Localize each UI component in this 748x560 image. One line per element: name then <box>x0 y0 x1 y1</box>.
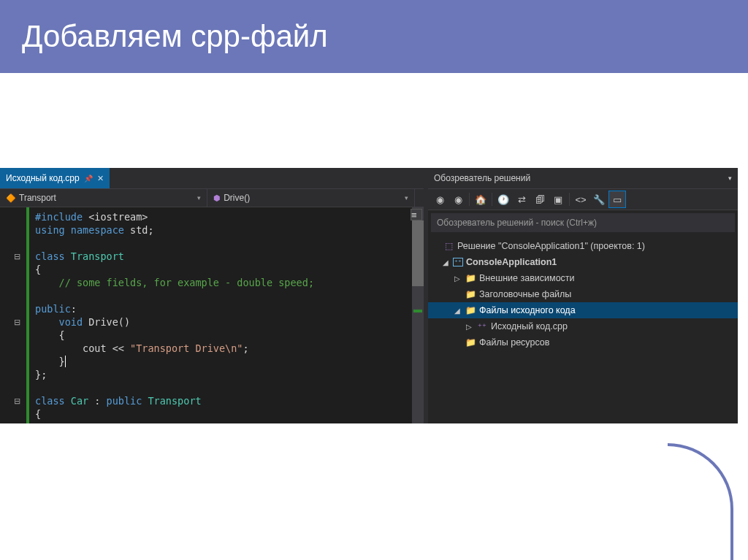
code-view-button[interactable]: <> <box>572 191 589 208</box>
refresh-button[interactable]: 🕐 <box>495 191 512 208</box>
slide-title: Добавляем cpp-файл <box>22 19 328 54</box>
source-files-node[interactable]: ◢ 📁 Файлы исходного кода <box>428 302 738 318</box>
headers-node[interactable]: ▷ 📁 Заголовочные файлы <box>428 286 738 302</box>
show-all-button[interactable]: 🗐 <box>531 191 549 208</box>
folder-icon: 📁 <box>465 337 476 348</box>
node-label: Исходный код.cpp <box>491 321 568 331</box>
scroll-thumb[interactable] <box>412 220 424 286</box>
pin-icon[interactable]: 📌 <box>84 174 93 183</box>
expand-icon[interactable]: ▷ <box>453 275 462 283</box>
fold-toggle[interactable]: ⊟ <box>0 394 23 407</box>
scope-dropdown[interactable]: 🔶 Transport ▾ <box>0 189 207 207</box>
chevron-down-icon[interactable]: ▾ <box>728 174 732 182</box>
collapse-button[interactable]: ▣ <box>549 191 567 208</box>
collapse-icon[interactable]: ◢ <box>453 307 462 315</box>
gutter: ⊟ ⊟ ⊟ <box>0 207 29 423</box>
tab-label: Исходный код.cpp <box>6 173 80 183</box>
solution-tree: ▸ ⬚ Решение "ConsoleApplication1" (проек… <box>428 235 738 353</box>
forward-button[interactable]: ◉ <box>449 191 467 208</box>
code-area: ⊟ ⊟ ⊟ #include <iostream> using namespac… <box>0 207 424 423</box>
cpp-icon: ⁺⁺ <box>476 321 488 332</box>
accent-arc <box>668 443 733 560</box>
member-label: Drive() <box>224 193 250 203</box>
folder-icon: 📁 <box>465 272 476 284</box>
split-icon[interactable]: ≡ <box>411 209 422 220</box>
navigation-bar: 🔶 Transport ▾ ⬢ Drive() ▾ <box>0 188 424 207</box>
ide-window: Исходный код.cpp 📌 ✕ 🔶 Transport ▾ ⬢ Dri… <box>0 168 738 423</box>
slide-header: Добавляем cpp-файл <box>0 0 748 73</box>
scope-label: Transport <box>19 193 56 203</box>
cpp-file-node[interactable]: ▷ ⁺⁺ Исходный код.cpp <box>428 318 738 334</box>
tab-bar: Исходный код.cpp 📌 ✕ <box>0 168 424 188</box>
node-label: Файлы исходного кода <box>479 305 576 315</box>
sync-button[interactable]: ⇄ <box>513 191 530 208</box>
solution-node[interactable]: ▸ ⬚ Решение "ConsoleApplication1" (проек… <box>428 238 738 254</box>
expand-icon[interactable]: ▷ <box>465 323 473 331</box>
back-button[interactable]: ◉ <box>431 191 449 208</box>
node-label: Заголовочные файлы <box>479 289 571 299</box>
properties-button[interactable]: 🔧 <box>590 191 608 208</box>
home-button[interactable]: 🏠 <box>472 191 489 208</box>
editor-pane: Исходный код.cpp 📌 ✕ 🔶 Transport ▾ ⬢ Dri… <box>0 168 424 423</box>
external-deps-node[interactable]: ▷ 📁 Внешние зависимости <box>428 270 738 286</box>
file-tab[interactable]: Исходный код.cpp 📌 ✕ <box>0 168 110 188</box>
node-label: Файлы ресурсов <box>479 337 549 348</box>
search-input[interactable]: Обозреватель решений - поиск (Ctrl+ж) <box>431 213 735 232</box>
node-label: Решение "ConsoleApplication1" (проектов:… <box>457 241 645 251</box>
fold-toggle[interactable]: ⊟ <box>0 315 23 329</box>
solution-icon: ⬚ <box>443 240 454 252</box>
code-text[interactable]: #include <iostream> using namespace std;… <box>29 207 412 423</box>
folder-icon: 📁 <box>465 304 476 316</box>
node-label: Внешние зависимости <box>479 273 575 283</box>
member-dropdown[interactable]: ⬢ Drive() ▾ <box>207 189 415 207</box>
close-icon[interactable]: ✕ <box>97 174 104 183</box>
method-icon: ⬢ <box>213 193 221 203</box>
chevron-down-icon: ▾ <box>405 194 408 202</box>
fold-toggle[interactable]: ⊟ <box>0 250 23 263</box>
explorer-toolbar: ◉ ◉ 🏠 🕐 ⇄ 🗐 ▣ <> 🔧 ▭ <box>428 188 738 210</box>
search-placeholder: Обозреватель решений - поиск (Ctrl+ж) <box>437 218 597 228</box>
project-node[interactable]: ◢ ⁺⁺ ConsoleApplication1 <box>428 254 738 270</box>
node-label: ConsoleApplication1 <box>466 257 557 267</box>
class-icon: 🔶 <box>6 193 16 203</box>
solution-explorer: Обозреватель решений ▾ ◉ ◉ 🏠 🕐 ⇄ 🗐 ▣ <> … <box>428 168 738 423</box>
folder-icon: 📁 <box>465 288 476 300</box>
project-icon: ⁺⁺ <box>453 258 463 266</box>
explorer-title: Обозреватель решений <box>434 173 530 183</box>
resources-node[interactable]: ▷ 📁 Файлы ресурсов <box>428 334 738 350</box>
explorer-header: Обозреватель решений ▾ <box>428 168 738 188</box>
preview-button[interactable]: ▭ <box>608 191 626 208</box>
chevron-down-icon: ▾ <box>197 194 201 202</box>
collapse-icon[interactable]: ◢ <box>441 258 450 266</box>
scrollbar-vertical[interactable]: ≡ <box>412 207 424 423</box>
